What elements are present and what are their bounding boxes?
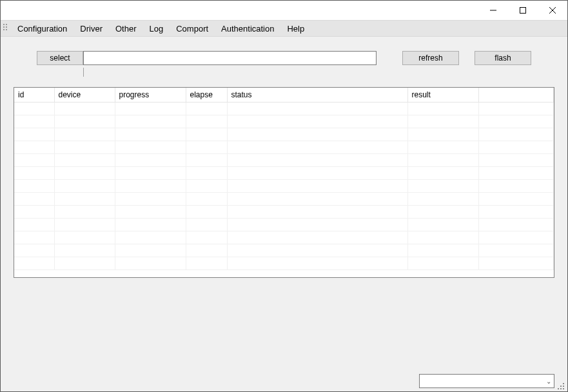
- menu-driver[interactable]: Driver: [73, 21, 109, 36]
- table-cell: [54, 167, 115, 180]
- col-device[interactable]: device: [54, 88, 115, 103]
- table-cell: [478, 257, 554, 270]
- table-row[interactable]: [14, 180, 554, 193]
- table-cell: [227, 206, 407, 219]
- table-cell: [407, 154, 478, 167]
- toolbar-grip-icon: [3, 24, 7, 33]
- close-button[interactable]: [538, 1, 567, 20]
- table-cell: [407, 180, 478, 193]
- table-cell: [478, 206, 554, 219]
- table-row[interactable]: [14, 154, 554, 167]
- table-row[interactable]: [14, 257, 554, 270]
- table-cell: [227, 257, 407, 270]
- table-cell: [54, 115, 115, 128]
- minimize-button[interactable]: [478, 1, 508, 20]
- table-cell: [227, 231, 407, 244]
- table-cell: [227, 154, 407, 167]
- table-cell: [54, 257, 115, 270]
- table-cell: [14, 231, 54, 244]
- separator-tick: [1, 68, 567, 79]
- table-cell: [407, 193, 478, 206]
- table-cell: [14, 206, 54, 219]
- table-row[interactable]: [14, 193, 554, 206]
- menu-configuration[interactable]: Configuration: [11, 21, 73, 36]
- table-row[interactable]: [14, 141, 554, 154]
- table-cell: [14, 141, 54, 154]
- table-cell: [115, 154, 186, 167]
- menu-comport[interactable]: Comport: [170, 21, 215, 36]
- table-cell: [407, 103, 478, 115]
- table-row[interactable]: [14, 103, 554, 115]
- device-table: id device progress elapse status result: [14, 87, 554, 278]
- table-cell: [227, 115, 407, 128]
- table-cell: [54, 219, 115, 231]
- table-cell: [227, 141, 407, 154]
- select-button[interactable]: select: [37, 51, 83, 65]
- table-row[interactable]: [14, 244, 554, 257]
- table-cell: [14, 167, 54, 180]
- table-cell: [54, 128, 115, 141]
- table-cell: [407, 206, 478, 219]
- table-cell: [54, 180, 115, 193]
- col-id[interactable]: id: [14, 88, 54, 103]
- table-cell: [478, 115, 554, 128]
- table-cell: [54, 206, 115, 219]
- table-row[interactable]: [14, 128, 554, 141]
- menu-other[interactable]: Other: [109, 21, 143, 36]
- resize-grip-icon[interactable]: [556, 381, 565, 390]
- table-cell: [227, 167, 407, 180]
- table-cell: [227, 193, 407, 206]
- table-header-row: id device progress elapse status result: [14, 88, 554, 103]
- col-status[interactable]: status: [227, 88, 407, 103]
- table-cell: [115, 128, 186, 141]
- status-bar: ⌄: [1, 372, 567, 391]
- table-cell: [186, 141, 227, 154]
- table-cell: [115, 141, 186, 154]
- col-result[interactable]: result: [407, 88, 478, 103]
- table-cell: [14, 128, 54, 141]
- close-icon: [549, 7, 556, 14]
- table-cell: [407, 257, 478, 270]
- table-cell: [478, 180, 554, 193]
- menu-log[interactable]: Log: [143, 21, 170, 36]
- maximize-icon: [520, 7, 526, 14]
- table-cell: [227, 219, 407, 231]
- table-cell: [478, 141, 554, 154]
- menu-authentication[interactable]: Authentication: [215, 21, 280, 36]
- table-row[interactable]: [14, 231, 554, 244]
- col-extra[interactable]: [478, 88, 554, 103]
- app-window: Configuration Driver Other Log Comport A…: [0, 0, 568, 392]
- table-row[interactable]: [14, 167, 554, 180]
- table-row[interactable]: [14, 206, 554, 219]
- status-combo[interactable]: ⌄: [419, 374, 554, 388]
- table-row[interactable]: [14, 115, 554, 128]
- table-cell: [115, 231, 186, 244]
- chevron-down-icon: ⌄: [546, 378, 551, 385]
- table-cell: [54, 244, 115, 257]
- table-cell: [478, 154, 554, 167]
- table-cell: [186, 193, 227, 206]
- table-cell: [186, 219, 227, 231]
- table-cell: [478, 128, 554, 141]
- table-cell: [186, 180, 227, 193]
- table-cell: [14, 244, 54, 257]
- table-cell: [14, 103, 54, 115]
- table-cell: [407, 244, 478, 257]
- maximize-button[interactable]: [508, 1, 538, 20]
- refresh-button[interactable]: refresh: [402, 51, 459, 65]
- col-progress[interactable]: progress: [115, 88, 186, 103]
- table-cell: [115, 167, 186, 180]
- path-input[interactable]: [83, 51, 377, 65]
- menu-help[interactable]: Help: [280, 21, 311, 36]
- table-cell: [115, 115, 186, 128]
- minimize-icon: [490, 7, 496, 14]
- table-cell: [478, 193, 554, 206]
- col-elapse[interactable]: elapse: [186, 88, 227, 103]
- table-cell: [186, 244, 227, 257]
- flash-button[interactable]: flash: [475, 51, 531, 65]
- table-cell: [115, 193, 186, 206]
- table-cell: [186, 167, 227, 180]
- table-cell: [54, 193, 115, 206]
- table-row[interactable]: [14, 219, 554, 231]
- table-cell: [407, 128, 478, 141]
